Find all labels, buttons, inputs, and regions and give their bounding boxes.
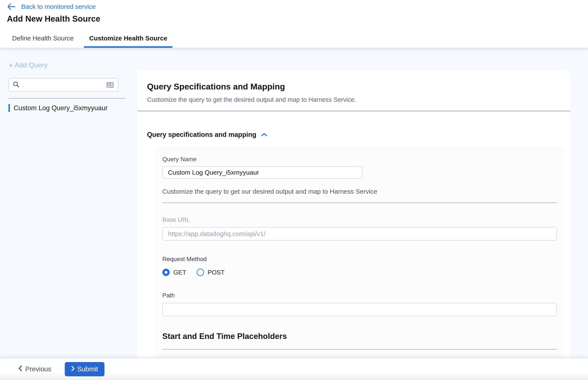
footer-bar: Previous Submit bbox=[0, 358, 588, 380]
base-url-input[interactable] bbox=[162, 227, 557, 241]
query-form-panel: Query Name Customize the query to get ou… bbox=[155, 148, 564, 358]
tab-customize-health-source[interactable]: Customize Health Source bbox=[84, 31, 173, 48]
search-icon bbox=[13, 81, 20, 89]
tab-define-health-source[interactable]: Define Health Source bbox=[7, 31, 79, 48]
card-title: Query Specifications and Mapping bbox=[147, 82, 561, 92]
chevron-right-icon bbox=[71, 365, 75, 373]
radio-option-get[interactable]: GET bbox=[162, 269, 186, 276]
query-search-input[interactable] bbox=[23, 81, 106, 88]
page-header: Back to monitored service Add New Health… bbox=[0, 0, 588, 48]
tab-bar: Define Health Source Customize Health So… bbox=[7, 31, 173, 48]
path-input[interactable] bbox=[162, 303, 557, 316]
query-name-input[interactable] bbox=[162, 166, 363, 179]
radio-unselected-icon bbox=[197, 269, 204, 276]
add-query-button[interactable]: + Add Query bbox=[8, 61, 48, 69]
previous-button[interactable]: Previous bbox=[18, 365, 51, 373]
back-link-label: Back to monitored service bbox=[21, 3, 96, 10]
request-method-label: Request Method bbox=[162, 256, 557, 263]
query-name-label: Query Name bbox=[162, 156, 557, 163]
selected-indicator-bar bbox=[8, 104, 10, 112]
add-query-label: Add Query bbox=[15, 61, 48, 69]
sidebar-divider bbox=[8, 98, 125, 98]
query-item-label: Custom Log Query_i5xmyyuaur bbox=[14, 104, 108, 112]
radio-option-post[interactable]: POST bbox=[197, 269, 225, 276]
submit-button-label: Submit bbox=[77, 365, 98, 373]
request-method-radio-group: GET POST bbox=[162, 269, 557, 276]
path-label: Path bbox=[162, 292, 557, 299]
submit-button[interactable]: Submit bbox=[65, 362, 104, 376]
placeholders-heading: Start and End Time Placeholders bbox=[162, 332, 557, 341]
query-name-helper: Customize the query to get our desired o… bbox=[162, 188, 557, 195]
placeholders-divider bbox=[162, 349, 557, 349]
form-divider bbox=[162, 203, 557, 203]
query-mapping-card: Query Specifications and Mapping Customi… bbox=[138, 70, 570, 358]
card-view-icon[interactable] bbox=[106, 82, 114, 88]
card-subtitle: Customize the query to get the desired o… bbox=[147, 96, 561, 103]
radio-get-label: GET bbox=[173, 269, 186, 276]
content-area: + Add Query bbox=[0, 48, 588, 358]
query-list-item[interactable]: Custom Log Query_i5xmyyuaur bbox=[8, 102, 125, 114]
chevron-up-icon[interactable] bbox=[261, 133, 267, 137]
page-title: Add New Health Source bbox=[7, 14, 100, 23]
section-header-row: Query specifications and mapping bbox=[147, 131, 267, 139]
card-divider bbox=[138, 111, 570, 111]
plus-icon: + bbox=[8, 62, 13, 69]
base-url-label: Base URL bbox=[162, 216, 557, 223]
query-search-box bbox=[8, 78, 118, 92]
card-header: Query Specifications and Mapping Customi… bbox=[138, 70, 570, 103]
section-heading: Query specifications and mapping bbox=[147, 131, 256, 139]
radio-selected-icon bbox=[162, 269, 170, 276]
chevron-left-icon bbox=[18, 365, 22, 373]
previous-button-label: Previous bbox=[25, 365, 51, 373]
arrow-left-icon bbox=[7, 3, 16, 10]
back-link[interactable]: Back to monitored service bbox=[7, 3, 96, 10]
radio-post-label: POST bbox=[208, 269, 225, 276]
query-sidebar: + Add Query bbox=[0, 48, 130, 358]
